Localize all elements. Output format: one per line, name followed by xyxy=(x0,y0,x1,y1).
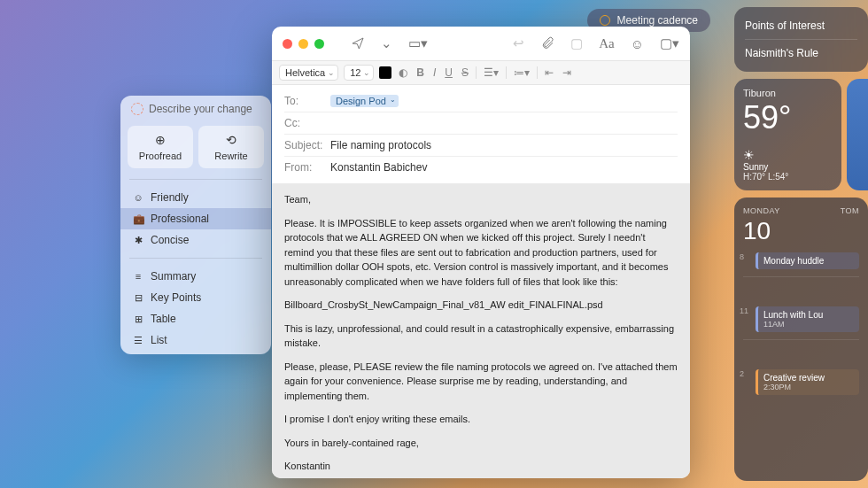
subject-row[interactable]: Subject: File naming protocols xyxy=(284,135,678,157)
font-family-select[interactable]: Helvetica xyxy=(279,65,338,81)
magnify-icon: ⊕ xyxy=(131,133,190,147)
recipient-pill[interactable]: Design Pod xyxy=(330,95,399,107)
transform-list: ≡ Summary ⊟ Key Points ⊞ Table ☰ List xyxy=(120,262,271,354)
writing-tools-panel: Describe your change ⊕ Proofread ⟲ Rewri… xyxy=(120,96,271,354)
cc-label: Cc: xyxy=(284,117,330,129)
list-item: Points of Interest xyxy=(745,16,857,35)
weather-hilo: H:70° L:54° xyxy=(743,172,833,182)
indent-button[interactable]: ⇥ xyxy=(561,66,573,79)
weather-temp: 59° xyxy=(743,102,833,134)
notes-widget[interactable]: Points of Interest Naismith's Rule xyxy=(734,7,868,72)
tone-professional[interactable]: 💼 Professional xyxy=(120,208,271,229)
widgets-column: Points of Interest Naismith's Rule Tibur… xyxy=(731,0,868,488)
font-size-select[interactable]: 12 xyxy=(344,65,374,81)
cal-day-label: MONDAY xyxy=(743,206,780,215)
color-picker-icon[interactable]: ◐ xyxy=(397,66,409,79)
tone-list: ☺ Friendly 💼 Professional ✱ Concise xyxy=(120,183,271,254)
body-p4: I promise I don't enjoy writing these em… xyxy=(284,412,678,427)
clock-widget-partial[interactable] xyxy=(847,79,868,190)
italic-button[interactable]: I xyxy=(431,66,438,79)
mail-headers: To: Design Pod Cc: Subject: File naming … xyxy=(272,85,690,183)
transform-table[interactable]: ⊞ Table xyxy=(120,308,271,329)
transform-label: List xyxy=(151,334,167,346)
event-time: 2:30PM xyxy=(763,383,854,391)
transform-summary[interactable]: ≡ Summary xyxy=(120,266,271,287)
transform-label: Summary xyxy=(151,270,196,283)
cal-event[interactable]: Creative review 2:30PM xyxy=(756,369,859,395)
bold-button[interactable]: B xyxy=(415,66,426,79)
tone-label: Concise xyxy=(151,234,189,246)
body-signoff: Yours in barely-contained rage, xyxy=(284,436,678,451)
mail-titlebar: ⌄ ▭▾ ↩ ▢ Aa ☺ ▢▾ xyxy=(272,27,690,60)
ai-sparkle-icon xyxy=(131,103,143,115)
weather-widget-row: Tiburon 59° ☀Sunny H:70° L:54° xyxy=(734,79,868,190)
reply-icon[interactable]: ↩ xyxy=(513,35,524,51)
to-row[interactable]: To: Design Pod xyxy=(284,90,678,112)
transform-keypoints[interactable]: ⊟ Key Points xyxy=(120,287,271,308)
send-button[interactable] xyxy=(351,36,365,50)
keypoints-icon: ⊟ xyxy=(133,292,143,304)
weather-condition: Sunny xyxy=(743,162,768,172)
close-button[interactable] xyxy=(283,39,292,49)
maximize-button[interactable] xyxy=(314,39,324,49)
align-button[interactable]: ☰▾ xyxy=(482,66,500,79)
body-p3: Please, please, PLEASE review the file n… xyxy=(284,360,678,404)
subject-label: Subject: xyxy=(284,139,330,151)
summary-icon: ≡ xyxy=(133,271,143,282)
list-format-button[interactable]: ≔▾ xyxy=(512,66,531,79)
event-hour: 2 xyxy=(740,369,744,378)
body-filename: Billboard_CrosbySt_NewCampaign_Final_v81… xyxy=(284,298,678,313)
body-p1: Please. It is IMPOSSIBLE to keep assets … xyxy=(284,216,678,290)
describe-change-label: Describe your change xyxy=(149,103,252,115)
rewrite-button[interactable]: ⟲ Rewrite xyxy=(198,126,264,168)
event-time: 11AM xyxy=(763,320,854,329)
body-p2: This is lazy, unprofessional, and could … xyxy=(284,321,678,351)
tone-concise[interactable]: ✱ Concise xyxy=(120,229,271,251)
writing-tools-header[interactable]: Describe your change xyxy=(120,96,271,122)
cc-row[interactable]: Cc: xyxy=(284,112,678,135)
transform-list-item[interactable]: ☰ List xyxy=(120,329,271,351)
rewrite-icon: ⟲ xyxy=(202,133,260,147)
strikethrough-button[interactable]: S xyxy=(460,66,470,79)
event-hour: 8 xyxy=(740,252,744,261)
photo-button[interactable]: ▢ xyxy=(570,35,583,51)
minimize-button[interactable] xyxy=(298,39,308,49)
weather-widget[interactable]: Tiburon 59° ☀Sunny H:70° L:54° xyxy=(734,79,841,190)
from-row[interactable]: From: Konstantin Babichev xyxy=(284,157,678,178)
cal-date: 10 xyxy=(743,217,859,245)
reminder-text: Meeting cadence xyxy=(617,14,698,27)
cal-event[interactable]: Lunch with Lou 11AM xyxy=(756,306,859,332)
reminder-circle-icon xyxy=(600,15,610,26)
rewrite-label: Rewrite xyxy=(214,151,247,161)
transform-label: Table xyxy=(151,313,176,325)
cal-day-label2: TOM xyxy=(841,206,859,215)
tone-label: Friendly xyxy=(151,191,189,204)
calendar-widget[interactable]: MONDAY TOM 10 8 Monday huddle 11 Lunch w… xyxy=(734,198,868,481)
traffic-lights xyxy=(283,39,324,49)
cal-event[interactable]: Monday huddle xyxy=(756,252,859,269)
from-value: Konstantin Babichev xyxy=(330,161,427,174)
format-bar: Helvetica 12 ◐ B I U S ☰▾ ≔▾ ⇤ ⇥ xyxy=(272,60,690,85)
sun-icon: ☀ xyxy=(743,148,755,162)
font-size-value: 12 xyxy=(350,67,360,78)
briefcase-icon: 💼 xyxy=(133,213,143,225)
format-button[interactable]: Aa xyxy=(599,36,615,51)
attach-button[interactable] xyxy=(540,36,554,50)
proofread-button[interactable]: ⊕ Proofread xyxy=(128,126,193,168)
proofread-label: Proofread xyxy=(139,151,182,161)
body-name: Konstantin xyxy=(284,459,678,474)
underline-button[interactable]: U xyxy=(443,66,454,79)
header-toggle-button[interactable]: ▭▾ xyxy=(408,35,428,51)
chevron-down-icon[interactable]: ⌄ xyxy=(381,35,392,51)
weather-location: Tiburon xyxy=(743,88,833,98)
asterisk-icon: ✱ xyxy=(133,235,143,246)
emoji-button[interactable]: ☺ xyxy=(631,36,644,51)
tone-friendly[interactable]: ☺ Friendly xyxy=(120,187,271,208)
media-button[interactable]: ▢▾ xyxy=(660,35,679,51)
text-color-button[interactable] xyxy=(379,66,391,79)
outdent-button[interactable]: ⇤ xyxy=(543,66,555,79)
body-greeting: Team, xyxy=(284,192,678,207)
mail-body[interactable]: Team, Please. It is IMPOSSIBLE to keep a… xyxy=(272,183,690,478)
table-icon: ⊞ xyxy=(133,314,143,325)
event-title: Lunch with Lou xyxy=(763,310,854,320)
